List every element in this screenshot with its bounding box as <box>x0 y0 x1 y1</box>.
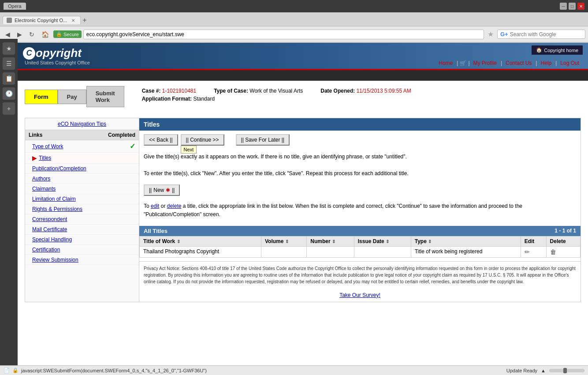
header-right: 🏠 Copyright home Home | 🛒 | My Profile |… <box>430 43 588 69</box>
step-pay-tab[interactable]: Pay <box>58 90 86 104</box>
secure-badge: 🔒 Secure <box>53 30 82 38</box>
url-bar[interactable] <box>83 30 484 39</box>
table-header-row: Title of Work ⇕ Volume ⇕ Number ⇕ <box>140 236 581 246</box>
instruction-2: To enter the title(s), click "New". Afte… <box>144 169 576 178</box>
col-number[interactable]: Number ⇕ <box>307 236 354 246</box>
copyright-home-button[interactable]: 🏠 Copyright home <box>532 45 583 55</box>
instruction-3-pre: To <box>144 203 151 209</box>
search-bar[interactable]: G+ <box>497 30 585 39</box>
home-button[interactable]: 🏠 <box>39 29 52 40</box>
nav-review-link[interactable]: Review Submission <box>32 257 78 263</box>
new-tab-button[interactable]: + <box>82 17 86 24</box>
nav-type-of-work[interactable]: Type of Work ✓ <box>25 140 139 153</box>
sort-arrow-title: ⇕ <box>177 239 180 244</box>
case-date: Date Opened: 11/15/2013 5:09:55 AM <box>320 88 411 94</box>
survey-link[interactable]: Take Our Survey! <box>139 289 581 302</box>
step-submit-tab[interactable]: Submit Work <box>86 86 124 107</box>
nav-claimants[interactable]: Claimants <box>25 184 139 194</box>
tab-close-button[interactable]: ✕ <box>71 18 75 23</box>
nav-special-handling[interactable]: Special Handling <box>25 235 139 245</box>
step-form-tab[interactable]: Form <box>25 90 58 104</box>
sidebar-menu-icon[interactable]: ☰ <box>3 57 15 70</box>
delete-link[interactable]: delete <box>167 203 182 209</box>
sidebar-clipboard-icon[interactable]: 📋 <box>3 72 15 85</box>
nav-help[interactable]: Help <box>537 60 555 66</box>
button-bar: << Back || || Continue >> Next || Save F… <box>139 131 581 149</box>
nav-authors[interactable]: Authors <box>25 174 139 184</box>
new-button-area: || New ✱ || <box>139 182 581 199</box>
nav-rights-link[interactable]: Rights & Permissions <box>32 206 82 212</box>
sidebar-add-icon[interactable]: + <box>3 102 15 115</box>
sidebar-history-icon[interactable]: 🕐 <box>3 87 15 100</box>
case-number-value: 1-1021910481 <box>162 88 196 94</box>
nav-mail-certificate[interactable]: Mail Certificate <box>25 225 139 235</box>
back-button[interactable]: ◀ <box>3 29 13 40</box>
nav-limitation-of-claim[interactable]: Limitation of Claim <box>25 194 139 204</box>
nav-publication-link[interactable]: Publication/Completion <box>32 165 86 172</box>
edit-pencil-icon[interactable]: ✏ <box>525 248 530 255</box>
nav-certification[interactable]: Certification <box>25 245 139 255</box>
nav-correspondent-link[interactable]: Correspondent <box>32 216 67 222</box>
nav-home[interactable]: Home <box>435 60 457 66</box>
minimize-button[interactable]: ─ <box>560 3 567 10</box>
cell-edit[interactable]: ✏ <box>521 246 546 257</box>
nav-correspondent[interactable]: Correspondent <box>25 214 139 225</box>
continue-button[interactable]: || Continue >> <box>181 134 224 146</box>
nav-mail-link[interactable]: Mail Certificate <box>32 226 67 232</box>
window-controls: ─ □ ✕ <box>560 3 584 10</box>
top-bar: Form Pay Submit Work Case #: 1-102191048… <box>25 86 581 112</box>
col-volume[interactable]: Volume ⇕ <box>261 236 306 246</box>
maximize-button[interactable]: □ <box>569 3 576 10</box>
nav-contact-us[interactable]: Contact Us <box>502 60 536 66</box>
close-button[interactable]: ✕ <box>577 3 584 10</box>
new-star-icon: ✱ <box>166 187 170 193</box>
reload-button[interactable]: ↻ <box>26 29 37 40</box>
nav-certification-link[interactable]: Certification <box>32 247 60 253</box>
col-issue-date-label: Issue Date <box>358 238 384 244</box>
right-content: Titles << Back || || Continue >> Next ||… <box>139 118 581 302</box>
nav-authors-link[interactable]: Authors <box>32 176 50 182</box>
edit-link[interactable]: edit <box>151 203 159 209</box>
nav-publication-completion[interactable]: Publication/Completion <box>25 164 139 174</box>
left-nav: eCO Navigation Tips Links Completed Type… <box>25 118 139 302</box>
cart-icon[interactable]: 🛒 <box>458 60 468 66</box>
back-button[interactable]: << Back || <box>144 134 178 146</box>
active-tab[interactable]: Electronic Copyright O... ✕ <box>3 16 81 24</box>
browser-sidebar: ★ ☰ 📋 🕐 + <box>0 39 18 308</box>
case-type-label: Type of Case: <box>214 88 248 94</box>
eco-nav-tips-link[interactable]: eCO Navigation Tips <box>25 118 139 130</box>
left-nav-header: Links Completed <box>25 130 139 140</box>
bookmark-button[interactable]: ★ <box>486 30 495 38</box>
search-input[interactable] <box>510 31 572 38</box>
dark-nav-bar <box>18 70 588 81</box>
nav-titles[interactable]: ▶ Titles <box>25 153 139 164</box>
col-issue-date[interactable]: Issue Date ⇕ <box>354 236 411 246</box>
cell-delete[interactable]: 🗑 <box>546 246 580 257</box>
nav-my-profile[interactable]: My Profile <box>470 60 501 66</box>
title-bar-left: Opera <box>4 3 26 10</box>
col-type[interactable]: Type ⇕ <box>411 236 521 246</box>
nav-limitation-link[interactable]: Limitation of Claim <box>32 196 76 202</box>
nav-log-out[interactable]: Log Out <box>557 60 583 66</box>
nav-type-of-work-link[interactable]: Type of Work <box>32 143 63 150</box>
col-title-of-work[interactable]: Title of Work ⇕ <box>140 236 261 246</box>
nav-rights-permissions[interactable]: Rights & Permissions <box>25 204 139 214</box>
case-number: Case #: 1-1021910481 <box>142 88 196 94</box>
delete-trash-icon[interactable]: 🗑 <box>550 248 556 255</box>
nav-review-submission[interactable]: Review Submission <box>25 255 139 265</box>
new-title-button[interactable]: || New ✱ || <box>144 184 180 196</box>
col-delete-label: Delete <box>550 238 566 244</box>
col-volume-label: Volume <box>265 238 283 244</box>
nav-special-handling-link[interactable]: Special Handling <box>32 236 72 243</box>
cell-type: Title of work being registered <box>411 246 521 257</box>
nav-titles-link[interactable]: Titles <box>39 155 51 161</box>
forward-button[interactable]: ▶ <box>15 29 25 40</box>
col-edit-label: Edit <box>525 238 535 244</box>
sidebar-star-icon[interactable]: ★ <box>3 42 15 55</box>
completed-checkmark: ✓ <box>130 142 135 150</box>
logo-subtitle: United States Copyright Office <box>25 60 90 65</box>
instruction-3-mid: or <box>159 203 167 209</box>
nav-claimants-link[interactable]: Claimants <box>32 186 56 192</box>
save-for-later-button[interactable]: || Save For Later || <box>236 134 290 146</box>
new-btn-border-right: || <box>172 187 175 193</box>
